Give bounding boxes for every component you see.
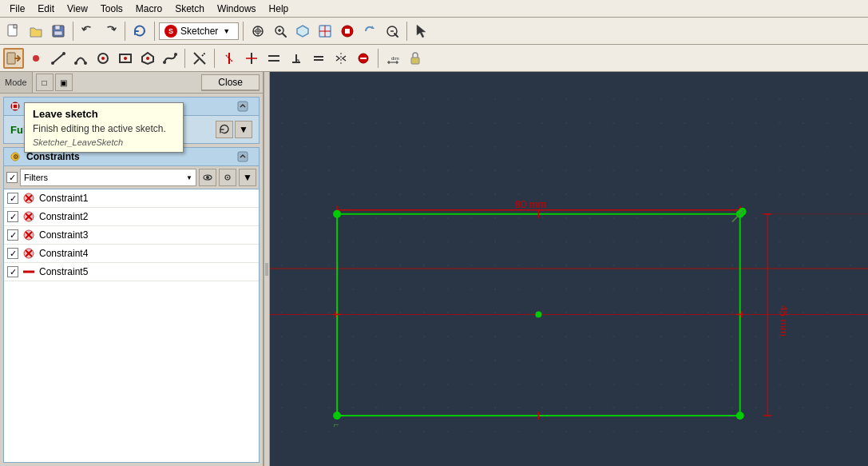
svg-point-36 [163,61,166,64]
redo-button[interactable] [100,21,121,42]
constraints-collapse-icon[interactable] [236,150,249,163]
svg-text:⌐: ⌐ [333,419,339,430]
rect-tool[interactable] [115,48,136,69]
list-item[interactable]: ✓ Constraint1 [4,189,259,208]
draw-tool[interactable] [315,21,335,42]
zoom-fit-button[interactable] [382,21,402,42]
constraint5-icon [22,265,36,279]
list-item[interactable]: ✓ Constraint3 [4,226,259,245]
list-item[interactable]: ✓ Constraint5 [4,263,259,281]
constraint5-label: Constraint5 [39,266,88,277]
sep5 [406,22,407,41]
refresh-button[interactable] [129,21,150,42]
arc-tool[interactable] [70,48,91,69]
filters-arrow-icon: ▼ [186,174,192,181]
close-button[interactable]: Close [201,74,260,90]
menu-view[interactable]: View [61,2,94,16]
svg-point-29 [84,62,87,65]
menu-file[interactable]: File [3,2,31,16]
svg-rect-59 [411,58,419,64]
rotate-button[interactable] [359,21,380,42]
constraints-icon: ⚙ [9,150,22,163]
constraint-symmetric[interactable] [331,48,351,69]
tooltip-command: Sketcher_LeaveSketch [33,137,175,147]
svg-point-67 [206,176,209,179]
constraint5-checkbox[interactable]: ✓ [7,266,18,277]
menu-sketch[interactable]: Sketch [168,2,211,16]
sketch-canvas[interactable]: 80 mm 45 mm [270,72,868,466]
constraints-title: Constraints [26,151,80,162]
mode-label: Mode [0,72,33,93]
svg-point-35 [146,57,149,60]
sep4 [243,22,244,41]
constraint-equal[interactable] [308,48,329,69]
svg-point-37 [174,53,177,56]
dimension-tool[interactable]: dim [382,48,403,69]
solver-dropdown-button[interactable]: ▼ [235,121,252,138]
panel-maximize-button[interactable]: ▣ [55,74,73,91]
open-file-button[interactable] [26,21,46,42]
svg-text:⚙: ⚙ [13,153,18,161]
constraint-vertical[interactable] [241,48,262,69]
spline-tool[interactable] [160,48,180,69]
constraint3-checkbox[interactable]: ✓ [7,229,18,241]
svg-text:80 mm: 80 mm [515,198,546,210]
list-item[interactable]: ✓ Constraint2 [4,208,259,226]
constraint2-checkbox[interactable]: ✓ [7,211,18,222]
polyline-tool[interactable] [137,48,158,69]
list-item[interactable]: ✓ Constraint4 [4,245,259,263]
constraint1-icon [22,191,36,205]
menu-help[interactable]: Help [263,2,295,16]
tooltip: Leave sketch Finish editing the active s… [24,102,184,153]
stop-button[interactable] [337,21,358,42]
constraint4-icon [22,246,36,261]
menu-tools[interactable]: Tools [94,2,129,16]
constraint2-label: Constraint2 [39,211,88,222]
constraint2-icon [22,209,36,224]
menu-macro[interactable]: Macro [129,2,168,16]
svg-point-97 [736,412,744,420]
workbench-label: Sketcher [180,26,218,37]
svg-line-39 [194,59,199,64]
constraint-block[interactable] [353,48,374,69]
solver-icon [9,100,22,113]
constraint1-checkbox[interactable]: ✓ [7,193,18,204]
undo-button[interactable] [77,21,98,42]
constraint4-checkbox[interactable]: ✓ [7,248,18,259]
workbench-dropdown[interactable]: S Sketcher ▼ [159,22,239,40]
cursor-button[interactable] [411,21,432,42]
solver-collapse-icon[interactable] [236,100,249,113]
constraint-parallel[interactable] [264,48,284,69]
save-file-button[interactable] [48,21,69,42]
svg-point-27 [62,52,65,55]
settings-dropdown-button[interactable]: ▼ [239,169,256,186]
line-tool[interactable] [48,48,69,69]
3d-view-button[interactable] [292,21,313,42]
point-tool[interactable] [26,48,46,69]
circle-tool[interactable] [93,48,113,69]
constraint-coincident[interactable] [219,48,240,69]
lock-button[interactable] [405,48,426,69]
eye-button[interactable] [199,169,216,186]
select-all-checkbox[interactable]: ✓ [6,172,18,183]
panel-resize-handle[interactable] [264,72,270,466]
svg-line-40 [202,53,205,56]
svg-text:45 mm: 45 mm [778,305,790,337]
solver-refresh-button[interactable] [216,121,233,138]
leave-sketch-button[interactable] [3,48,24,69]
menu-windows[interactable]: Windows [211,2,263,16]
solver-buttons: ▼ [216,121,252,138]
constraint1-label: Constraint1 [39,193,88,204]
pan-button[interactable] [248,21,268,42]
constraint4-label: Constraint4 [39,248,88,259]
sep3 [154,22,155,41]
settings-button[interactable] [219,169,236,186]
new-file-button[interactable] [3,21,24,42]
zoom-button[interactable] [270,21,291,42]
menu-edit[interactable]: Edit [31,2,61,16]
panel-restore-button[interactable]: □ [36,74,54,91]
trim-tool[interactable] [189,48,210,69]
constraint-perpendicular[interactable] [286,48,307,69]
filters-dropdown[interactable]: Filters ▼ [20,169,196,186]
sep2 [125,22,125,41]
